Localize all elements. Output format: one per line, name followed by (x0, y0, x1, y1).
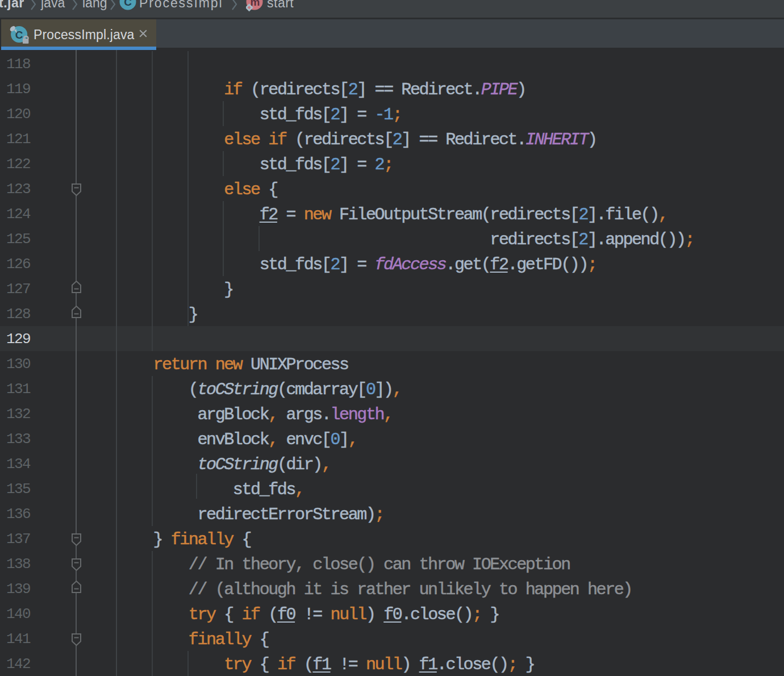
svg-text:C: C (124, 0, 132, 8)
